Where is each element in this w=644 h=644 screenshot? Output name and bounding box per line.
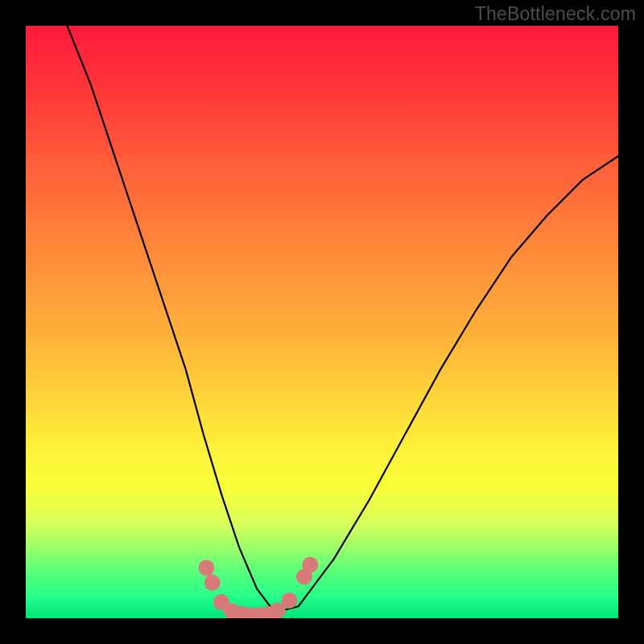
curve-marker: [302, 557, 318, 573]
curve-marker: [282, 592, 298, 609]
chart-frame: TheBottleneck.com: [0, 0, 644, 644]
bottleneck-curve: [26, 26, 618, 618]
curve-marker: [199, 559, 215, 576]
plot-area: [26, 26, 618, 618]
watermark-text: TheBottleneck.com: [475, 3, 636, 25]
curve-marker: [204, 575, 221, 591]
